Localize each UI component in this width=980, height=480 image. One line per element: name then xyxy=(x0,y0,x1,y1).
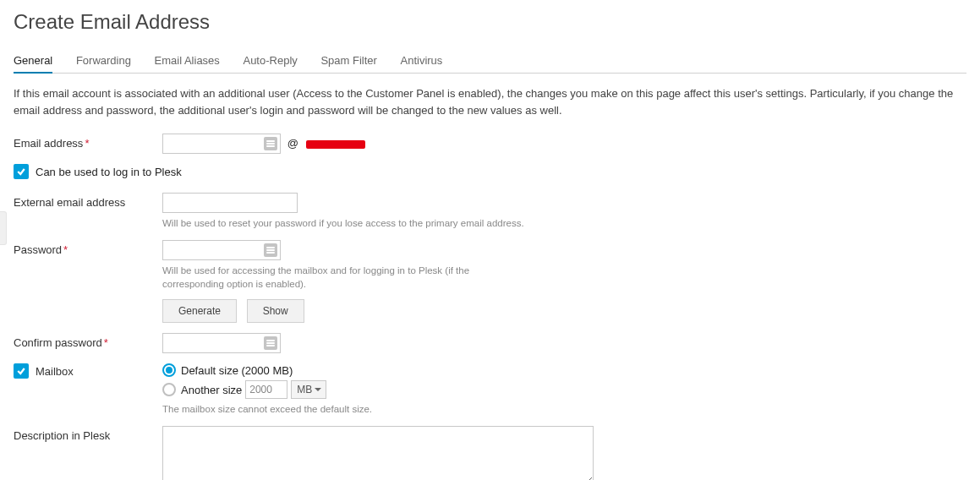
confirm-input[interactable] xyxy=(162,333,281,353)
confirm-label: Confirm password* xyxy=(14,333,162,349)
description-label: Description in Plesk xyxy=(14,426,162,442)
generate-button[interactable]: Generate xyxy=(162,299,237,323)
left-collapse-handle[interactable] xyxy=(0,211,7,245)
tab-forwarding[interactable]: Forwarding xyxy=(76,49,131,72)
mailbox-unit-select[interactable]: MB xyxy=(291,380,326,399)
password-label: Password* xyxy=(14,240,162,256)
confirm-meter-icon[interactable] xyxy=(264,336,277,350)
password-input[interactable] xyxy=(162,240,281,260)
tab-email-aliases[interactable]: Email Aliases xyxy=(155,49,220,72)
mailbox-checkbox[interactable] xyxy=(14,363,29,379)
mailbox-hint: The mailbox size cannot exceed the defau… xyxy=(162,402,619,416)
show-button[interactable]: Show xyxy=(247,299,304,323)
mailbox-default-label: Default size (2000 MB) xyxy=(181,364,293,377)
email-domain-redacted xyxy=(306,140,365,149)
mailbox-label: Mailbox xyxy=(36,365,74,378)
email-local-input[interactable] xyxy=(162,134,281,154)
external-email-label: External email address xyxy=(14,193,162,209)
tab-spam-filter[interactable]: Spam Filter xyxy=(320,49,376,72)
mailbox-size-input[interactable] xyxy=(245,380,287,399)
email-suggest-icon[interactable] xyxy=(264,137,277,150)
password-meter-icon[interactable] xyxy=(264,243,277,257)
mailbox-default-radio[interactable] xyxy=(162,363,176,377)
mailbox-another-radio[interactable] xyxy=(162,383,176,396)
tab-bar: General Forwarding Email Aliases Auto-Re… xyxy=(14,49,966,74)
login-checkbox-label: Can be used to log in to Plesk xyxy=(36,166,182,178)
description-textarea[interactable] xyxy=(162,426,594,480)
email-label: Email address* xyxy=(14,134,162,150)
external-email-hint: Will be used to reset your password if y… xyxy=(162,216,619,230)
login-checkbox[interactable] xyxy=(14,164,29,179)
tab-general[interactable]: General xyxy=(14,49,52,74)
external-email-input[interactable] xyxy=(162,193,298,213)
email-at: @ xyxy=(287,137,298,150)
password-hint: Will be used for accessing the mailbox a… xyxy=(162,264,475,291)
intro-text: If this email account is associated with… xyxy=(14,85,966,118)
page-title: Create Email Address xyxy=(14,10,966,34)
mailbox-another-label: Another size xyxy=(181,384,242,396)
tab-auto-reply[interactable]: Auto-Reply xyxy=(243,49,297,72)
tab-antivirus[interactable]: Antivirus xyxy=(401,49,443,72)
